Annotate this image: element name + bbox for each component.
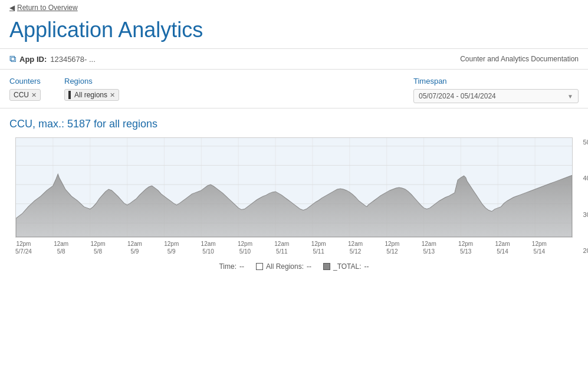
legend-total-label: _TOTAL: <box>333 262 362 271</box>
counters-group: Counters CCU ✕ <box>9 77 41 101</box>
filters-row: Counters CCU ✕ Regions All regions ✕ Tim… <box>0 70 588 108</box>
x-label-13: 12am5/14 <box>495 240 510 255</box>
legend-total-value: -- <box>364 262 369 271</box>
chart-area <box>15 137 573 238</box>
app-id-section: ⧉ App ID: 12345678- ... <box>9 54 96 64</box>
timespan-group: Timespan 05/07/2024 - 05/14/2024 ▼ <box>413 77 579 103</box>
regions-label: Regions <box>64 77 119 85</box>
y-axis-labels: 5000 4000 3000 2000 <box>583 137 588 255</box>
all-regions-legend-box <box>256 263 263 270</box>
y-label-3000: 3000 <box>583 211 588 218</box>
region-tag[interactable]: All regions ✕ <box>64 89 119 101</box>
counter-tag[interactable]: CCU ✕ <box>9 89 41 101</box>
app-icon: ⧉ <box>9 54 16 64</box>
x-label-0: 12pm5/7/24 <box>15 240 32 255</box>
timespan-select[interactable]: 05/07/2024 - 05/14/2024 ▼ <box>413 89 579 103</box>
legend-time-label: Time: <box>219 262 236 271</box>
app-id-label: App ID: <box>19 55 47 64</box>
x-label-11: 12am5/13 <box>422 240 436 255</box>
chart-legend: Time: -- All Regions: -- _TOTAL: -- <box>9 262 579 271</box>
x-label-1: 12am5/8 <box>54 240 68 255</box>
counter-tag-label: CCU <box>14 91 29 99</box>
chart-svg <box>16 138 572 237</box>
counters-label: Counters <box>9 77 41 85</box>
x-label-10: 12pm5/12 <box>385 240 399 255</box>
y-label-5000: 5000 <box>583 139 588 146</box>
x-label-7: 12am5/11 <box>274 240 289 255</box>
app-bar: ⧉ App ID: 12345678- ... Counter and Anal… <box>0 49 588 70</box>
legend-time-value: -- <box>239 262 244 271</box>
x-label-6: 12pm5/10 <box>238 240 252 255</box>
timespan-label: Timespan <box>413 77 579 85</box>
timespan-value: 05/07/2024 - 05/14/2024 <box>419 92 496 100</box>
x-axis-labels: 12pm5/7/24 12am5/8 12pm5/8 12am5/9 12pm5… <box>15 240 573 255</box>
legend-time: Time: -- <box>219 262 244 271</box>
legend-all-regions-value: -- <box>307 262 311 271</box>
return-label: Return to Overview <box>17 4 78 12</box>
y-label-4000: 4000 <box>583 175 588 182</box>
total-legend-box <box>323 263 330 270</box>
x-label-3: 12am5/9 <box>127 240 142 255</box>
chart-section: CCU, max.: 5187 for all regions <box>0 108 588 271</box>
regions-group: Regions All regions ✕ <box>64 77 119 101</box>
x-label-9: 12am5/12 <box>348 240 363 255</box>
app-id-value: 12345678- ... <box>50 55 96 64</box>
x-label-12: 12pm5/13 <box>458 240 473 255</box>
chevron-down-icon: ▼ <box>567 93 573 100</box>
x-label-4: 12pm5/9 <box>164 240 179 255</box>
legend-total: _TOTAL: -- <box>323 262 369 271</box>
region-tag-label: All regions <box>74 91 107 99</box>
doc-link[interactable]: Counter and Analytics Documentation <box>460 55 579 63</box>
x-label-5: 12am5/10 <box>201 240 216 255</box>
chart-container: 5000 4000 3000 2000 12pm5/7/24 12am5/8 1… <box>15 137 573 255</box>
back-arrow-icon: ◀ <box>9 4 15 12</box>
x-label-8: 12pm5/11 <box>311 240 326 255</box>
return-link[interactable]: ◀ Return to Overview <box>0 0 588 15</box>
x-label-14: 12pm5/14 <box>532 240 547 255</box>
legend-all-regions: All Regions: -- <box>256 262 311 271</box>
y-label-2000: 2000 <box>583 247 588 254</box>
legend-all-regions-label: All Regions: <box>266 262 304 271</box>
x-label-2: 12pm5/8 <box>91 240 106 255</box>
counter-close-icon[interactable]: ✕ <box>31 92 37 98</box>
region-close-icon[interactable]: ✕ <box>110 92 115 98</box>
region-bar-icon <box>68 91 71 99</box>
page-title: Application Analytics <box>0 15 588 48</box>
chart-title: CCU, max.: 5187 for all regions <box>9 118 579 130</box>
